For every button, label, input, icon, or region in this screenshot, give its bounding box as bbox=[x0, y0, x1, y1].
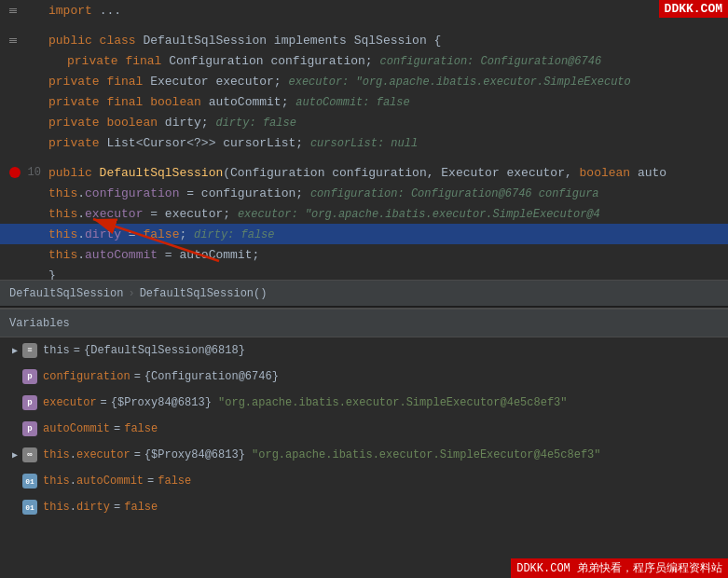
var-equals: = bbox=[114, 501, 120, 514]
svg-rect-2 bbox=[9, 12, 17, 13]
code-line bbox=[0, 21, 728, 30]
code-line: private List<Cursor<?>> cursorList; curs… bbox=[0, 132, 728, 153]
svg-rect-3 bbox=[9, 38, 17, 39]
code-text: private final boolean autoCommit; autoCo… bbox=[48, 95, 728, 109]
var-name: configuration bbox=[43, 370, 130, 383]
code-text: private List<Cursor<?>> cursorList; curs… bbox=[48, 136, 728, 150]
var-equals: = bbox=[101, 396, 107, 409]
code-line: this.autoCommit = autoCommit; bbox=[0, 244, 728, 265]
variable-configuration[interactable]: ▶ p configuration = {Configuration@6746} bbox=[0, 364, 728, 390]
line-gutter bbox=[4, 6, 22, 15]
variables-label: Variables bbox=[9, 317, 70, 330]
watermark-bottom: DDKK.COM 弟弟快看，程序员编程资料站 bbox=[511, 558, 728, 578]
line-number: 10 bbox=[22, 166, 48, 179]
expand-icon: ▶ bbox=[7, 421, 22, 436]
svg-rect-1 bbox=[9, 10, 17, 11]
var-name: this.executor bbox=[43, 448, 130, 461]
variable-executor[interactable]: ▶ p executor = {$Proxy84@6813} "org.apac… bbox=[0, 390, 728, 416]
code-text: public class DefaultSqlSession implement… bbox=[48, 34, 728, 48]
var-value: {$Proxy84@6813} "org.apache.ibatis.execu… bbox=[111, 396, 568, 409]
var-value: false bbox=[158, 475, 191, 488]
var-type-icon: ∞ bbox=[22, 447, 37, 462]
expand-icon: ▶ bbox=[7, 474, 22, 489]
svg-rect-0 bbox=[9, 8, 17, 9]
var-equals: = bbox=[134, 370, 141, 383]
code-line: import ... bbox=[0, 0, 728, 21]
variables-panel: Variables ▶ ≡ this = {DefaultSqlSession@… bbox=[0, 308, 728, 578]
variable-autocommit[interactable]: ▶ p autoCommit = false bbox=[0, 416, 728, 442]
expand-icon: ▶ bbox=[7, 369, 22, 384]
variable-this-autocommit[interactable]: ▶ 01 this.autoCommit = false bbox=[0, 468, 728, 494]
var-name: autoCommit bbox=[43, 422, 110, 435]
breadcrumb-part2: DefaultSqlSession() bbox=[140, 287, 268, 300]
code-text: } bbox=[48, 268, 728, 281]
watermark-top: DDKK.COM bbox=[659, 0, 728, 18]
code-line: private final Configuration configuratio… bbox=[0, 50, 728, 71]
var-name: executor bbox=[43, 396, 97, 409]
code-line-highlighted: this.dirty = false; dirty: false bbox=[0, 224, 728, 244]
code-text: this.dirty = false; dirty: false bbox=[48, 227, 728, 241]
var-equals: = bbox=[114, 422, 120, 435]
code-line: this.executor = executor; executor: "org… bbox=[0, 203, 728, 224]
svg-rect-4 bbox=[9, 40, 17, 41]
var-value: {Configuration@6746} bbox=[144, 370, 279, 383]
code-line bbox=[0, 153, 728, 162]
var-type-icon: ≡ bbox=[22, 343, 37, 358]
var-equals: = bbox=[74, 344, 80, 357]
var-value: {$Proxy84@6813} "org.apache.ibatis.execu… bbox=[144, 448, 601, 461]
var-value: false bbox=[124, 422, 158, 435]
breadcrumb-bar: DefaultSqlSession › DefaultSqlSession() bbox=[0, 280, 728, 306]
code-text: import ... bbox=[48, 4, 728, 18]
var-type-icon: p bbox=[22, 369, 37, 384]
line-gutter bbox=[4, 35, 22, 45]
code-text: private final Configuration configuratio… bbox=[48, 54, 728, 68]
variable-this[interactable]: ▶ ≡ this = {DefaultSqlSession@6818} bbox=[0, 337, 728, 364]
var-type-icon: p bbox=[22, 395, 37, 410]
code-text: this.autoCommit = autoCommit; bbox=[48, 248, 728, 262]
var-equals: = bbox=[147, 475, 154, 488]
code-text: private boolean dirty; dirty: false bbox=[48, 116, 728, 130]
var-type-icon: 01 bbox=[22, 474, 37, 489]
var-equals: = bbox=[134, 448, 141, 461]
var-name: this bbox=[43, 344, 70, 357]
breakpoint-marker bbox=[9, 167, 21, 178]
line-gutter bbox=[4, 167, 22, 178]
breadcrumb-part1: DefaultSqlSession bbox=[9, 287, 123, 300]
code-text: this.executor = executor; executor: "org… bbox=[48, 207, 728, 221]
code-line: private boolean dirty; dirty: false bbox=[0, 112, 728, 132]
variable-this-executor[interactable]: ▶ ∞ this.executor = {$Proxy84@6813} "org… bbox=[0, 442, 728, 468]
var-value: {DefaultSqlSession@6818} bbox=[84, 344, 245, 357]
expand-icon: ▶ bbox=[7, 500, 22, 515]
var-name: this.dirty bbox=[43, 501, 110, 514]
code-line: } bbox=[0, 265, 728, 280]
var-value: false bbox=[124, 501, 158, 514]
breadcrumb-separator: › bbox=[128, 287, 134, 300]
var-type-icon: 01 bbox=[22, 500, 37, 515]
code-line: private final boolean autoCommit; autoCo… bbox=[0, 91, 728, 112]
svg-rect-5 bbox=[9, 42, 17, 43]
code-text: private final Executor executor; executo… bbox=[48, 75, 728, 89]
code-text: public DefaultSqlSession(Configuration c… bbox=[48, 166, 728, 180]
variables-header: Variables bbox=[0, 310, 728, 337]
var-name: this.autoCommit bbox=[43, 475, 144, 488]
variable-this-dirty[interactable]: ▶ 01 this.dirty = false bbox=[0, 494, 728, 520]
code-line: public class DefaultSqlSession implement… bbox=[0, 30, 728, 50]
code-line: this.configuration = configuration; conf… bbox=[0, 183, 728, 203]
expand-icon[interactable]: ▶ bbox=[7, 447, 22, 462]
code-line: 10 public DefaultSqlSession(Configuratio… bbox=[0, 162, 728, 183]
expand-icon[interactable]: ▶ bbox=[7, 343, 22, 358]
code-line: private final Executor executor; executo… bbox=[0, 71, 728, 91]
code-text: this.configuration = configuration; conf… bbox=[48, 186, 728, 200]
var-type-icon: p bbox=[22, 421, 37, 436]
expand-icon: ▶ bbox=[7, 395, 22, 410]
main-wrapper: DDKK.COM import ... public class Default… bbox=[0, 0, 728, 578]
code-editor: import ... public class DefaultSqlSessio… bbox=[0, 0, 728, 280]
